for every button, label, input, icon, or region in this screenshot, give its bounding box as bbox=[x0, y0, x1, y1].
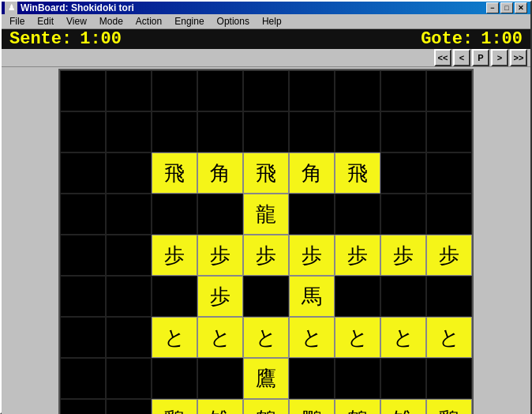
nav-first-button[interactable]: << bbox=[434, 49, 451, 66]
board-cell[interactable] bbox=[380, 358, 426, 399]
board-cell[interactable] bbox=[380, 111, 426, 152]
nav-prev-button[interactable]: < bbox=[453, 49, 470, 66]
board-cell[interactable]: 馬 bbox=[289, 276, 335, 317]
board-cell[interactable]: 角 bbox=[289, 152, 335, 194]
board-cell[interactable] bbox=[152, 358, 197, 399]
board-cell[interactable] bbox=[60, 399, 106, 414]
board-cell[interactable] bbox=[243, 111, 289, 152]
close-button[interactable]: ✕ bbox=[515, 2, 527, 13]
board-cell[interactable]: 鶴 bbox=[335, 399, 380, 414]
board-cell[interactable]: 歩 bbox=[243, 235, 289, 276]
maximize-button[interactable]: □ bbox=[500, 2, 513, 13]
board-cell[interactable] bbox=[106, 276, 152, 317]
board-cell[interactable]: 鶏 bbox=[152, 399, 197, 414]
board-cell[interactable]: と bbox=[335, 317, 380, 358]
board-cell[interactable]: 歩 bbox=[335, 235, 380, 276]
sente-label: Sente: bbox=[9, 29, 72, 49]
nav-last-button[interactable]: >> bbox=[510, 49, 527, 66]
board-cell[interactable] bbox=[426, 276, 472, 317]
menu-edit[interactable]: Edit bbox=[31, 14, 60, 28]
menu-help[interactable]: Help bbox=[256, 14, 288, 28]
menu-engine[interactable]: Engine bbox=[168, 14, 210, 28]
board-cell[interactable] bbox=[152, 194, 197, 235]
board-cell[interactable] bbox=[60, 358, 106, 399]
nav-next-button[interactable]: > bbox=[491, 49, 508, 66]
board-cell[interactable] bbox=[106, 194, 152, 235]
board-cell[interactable]: 歩 bbox=[426, 235, 472, 276]
board-cell[interactable]: 鷹 bbox=[243, 358, 289, 399]
board-cell[interactable] bbox=[426, 152, 472, 194]
board-cell[interactable] bbox=[106, 70, 152, 111]
board-cell[interactable]: 鶴 bbox=[243, 399, 289, 414]
board-cell[interactable] bbox=[289, 70, 335, 111]
board-cell[interactable] bbox=[60, 194, 106, 235]
board-cell[interactable] bbox=[289, 111, 335, 152]
board-cell[interactable] bbox=[106, 358, 152, 399]
board-cell[interactable] bbox=[289, 358, 335, 399]
board-cell[interactable] bbox=[289, 194, 335, 235]
board-cell[interactable] bbox=[197, 194, 243, 235]
board-cell[interactable] bbox=[335, 111, 380, 152]
board-cell[interactable]: 歩 bbox=[197, 276, 243, 317]
board-cell[interactable] bbox=[380, 70, 426, 111]
board-cell[interactable] bbox=[426, 111, 472, 152]
board-cell[interactable]: と bbox=[289, 317, 335, 358]
board-cell[interactable]: 鵬 bbox=[289, 399, 335, 414]
title-buttons: − □ ✕ bbox=[486, 2, 527, 13]
menu-mode[interactable]: Mode bbox=[93, 14, 129, 28]
board-cell[interactable]: 雉 bbox=[197, 399, 243, 414]
menu-options[interactable]: Options bbox=[211, 14, 256, 28]
menu-file[interactable]: File bbox=[3, 14, 31, 28]
menu-view[interactable]: View bbox=[60, 14, 93, 28]
board-cell[interactable] bbox=[60, 152, 106, 194]
board-cell[interactable]: と bbox=[426, 317, 472, 358]
shogi-board[interactable]: 飛角飛角飛龍歩歩歩歩歩歩歩歩馬ととととととと鷹鶏雉鶴鵬鶴雉鶏 bbox=[58, 69, 474, 414]
board-cell[interactable]: 角 bbox=[197, 152, 243, 194]
board-cell[interactable] bbox=[380, 194, 426, 235]
board-cell[interactable] bbox=[335, 276, 380, 317]
board-cell[interactable] bbox=[243, 70, 289, 111]
board-cell[interactable] bbox=[426, 358, 472, 399]
board-cell[interactable] bbox=[380, 276, 426, 317]
board-cell[interactable] bbox=[60, 235, 106, 276]
board-cell[interactable] bbox=[60, 317, 106, 358]
board-cell[interactable] bbox=[106, 317, 152, 358]
menu-action[interactable]: Action bbox=[129, 14, 168, 28]
board-cell[interactable] bbox=[106, 399, 152, 414]
board-cell[interactable] bbox=[152, 111, 197, 152]
board-cell[interactable] bbox=[426, 194, 472, 235]
nav-pause-button[interactable]: P bbox=[472, 49, 489, 66]
board-cell[interactable] bbox=[60, 276, 106, 317]
board-cell[interactable]: 歩 bbox=[152, 235, 197, 276]
board-cell[interactable]: と bbox=[380, 317, 426, 358]
board-cell[interactable]: 歩 bbox=[380, 235, 426, 276]
board-cell[interactable] bbox=[152, 70, 197, 111]
board-cell[interactable]: と bbox=[197, 317, 243, 358]
board-cell[interactable] bbox=[60, 70, 106, 111]
board-cell[interactable] bbox=[243, 276, 289, 317]
board-cell[interactable] bbox=[335, 194, 380, 235]
board-cell[interactable] bbox=[197, 70, 243, 111]
board-cell[interactable] bbox=[197, 111, 243, 152]
board-cell[interactable] bbox=[152, 276, 197, 317]
board-cell[interactable] bbox=[335, 70, 380, 111]
board-cell[interactable]: 雉 bbox=[380, 399, 426, 414]
board-cell[interactable] bbox=[426, 70, 472, 111]
board-cell[interactable] bbox=[106, 111, 152, 152]
board-cell[interactable]: 歩 bbox=[289, 235, 335, 276]
board-cell[interactable]: 飛 bbox=[243, 152, 289, 194]
board-cell[interactable] bbox=[380, 152, 426, 194]
board-cell[interactable]: 鶏 bbox=[426, 399, 472, 414]
board-cell[interactable] bbox=[60, 111, 106, 152]
board-cell[interactable]: 飛 bbox=[152, 152, 197, 194]
board-cell[interactable] bbox=[106, 152, 152, 194]
board-cell[interactable]: 歩 bbox=[197, 235, 243, 276]
board-cell[interactable]: と bbox=[243, 317, 289, 358]
board-cell[interactable] bbox=[335, 358, 380, 399]
board-cell[interactable] bbox=[106, 235, 152, 276]
board-cell[interactable]: と bbox=[152, 317, 197, 358]
board-cell[interactable]: 飛 bbox=[335, 152, 380, 194]
board-cell[interactable]: 龍 bbox=[243, 194, 289, 235]
board-cell[interactable] bbox=[197, 358, 243, 399]
minimize-button[interactable]: − bbox=[486, 2, 499, 13]
